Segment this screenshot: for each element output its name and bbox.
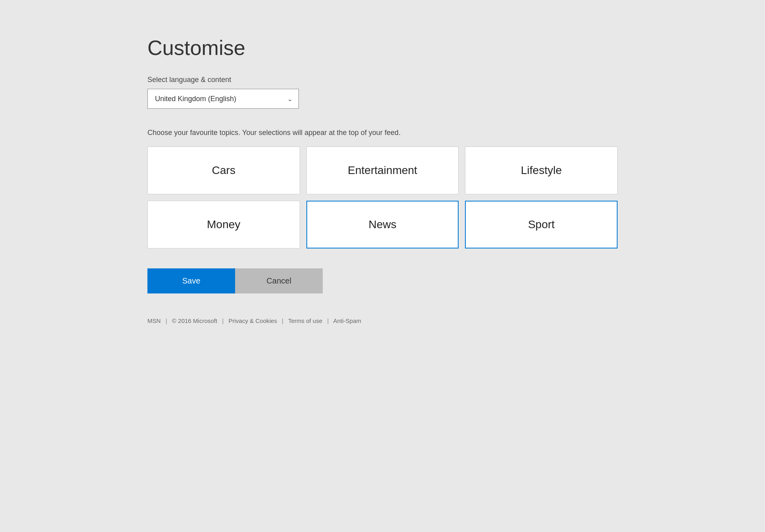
language-section-label: Select language & content xyxy=(147,76,618,84)
footer-privacy-link[interactable]: Privacy & Cookies xyxy=(228,317,277,324)
topic-card-money[interactable]: Money xyxy=(147,201,300,248)
cancel-button[interactable]: Cancel xyxy=(235,268,323,293)
footer-msn: MSN xyxy=(147,317,161,324)
footer-copyright: © 2016 Microsoft xyxy=(172,317,218,324)
topic-card-lifestyle[interactable]: Lifestyle xyxy=(465,147,618,194)
topic-card-entertainment[interactable]: Entertainment xyxy=(306,147,459,194)
save-button[interactable]: Save xyxy=(147,268,235,293)
topic-card-sport[interactable]: Sport xyxy=(465,201,618,248)
language-select[interactable]: United Kingdom (English) United States (… xyxy=(147,89,299,109)
topics-grid: Cars Entertainment Lifestyle Money News … xyxy=(147,147,618,248)
topic-card-cars[interactable]: Cars xyxy=(147,147,300,194)
language-select-wrapper: United Kingdom (English) United States (… xyxy=(147,89,299,109)
topic-card-news[interactable]: News xyxy=(306,201,459,248)
footer-terms-link[interactable]: Terms of use xyxy=(288,317,322,324)
topics-section-label: Choose your favourite topics. Your selec… xyxy=(147,129,618,137)
footer-text: MSN | © 2016 Microsoft | Privacy & Cooki… xyxy=(147,317,618,324)
buttons-row: Save Cancel xyxy=(147,268,618,293)
page-title: Customise xyxy=(147,36,618,60)
page-container: Customise Select language & content Unit… xyxy=(124,16,641,344)
footer-antispam-link[interactable]: Anti-Spam xyxy=(333,317,361,324)
